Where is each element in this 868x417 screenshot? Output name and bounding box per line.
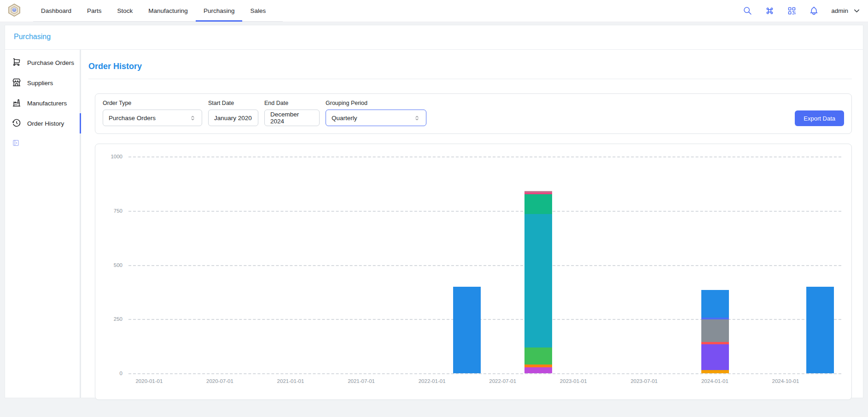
bar-segment[interactable] <box>701 319 729 342</box>
filter-toolbar: Order Type Purchase Orders Start Date Ja… <box>95 93 852 134</box>
grouping-period-value: Quarterly <box>332 115 357 122</box>
tab-label: Sales <box>250 7 266 14</box>
qrcode-scan-icon[interactable] <box>787 6 797 16</box>
y-axis-tick: 250 <box>114 316 122 322</box>
export-data-button[interactable]: Export Data <box>795 110 844 126</box>
x-axis-tick: 2024-10-01 <box>772 378 799 384</box>
end-date-input[interactable]: December 2024 <box>264 110 320 126</box>
chart-plot-area: 1000 750 500 250 0 2020-01-01 2020-07-01… <box>128 156 841 373</box>
tab-label: Purchasing <box>204 7 235 14</box>
sidebar-item-order-history[interactable]: Order History <box>12 113 80 133</box>
sidebar-item-label: Manufacturers <box>27 100 67 107</box>
tab-label: Dashboard <box>41 7 71 14</box>
tab-purchasing[interactable]: Purchasing <box>196 0 243 21</box>
y-axis-tick: 500 <box>114 262 122 268</box>
x-axis-tick: 2023-07-01 <box>630 378 658 384</box>
sidebar-item-label: Suppliers <box>27 80 53 87</box>
order-history-chart: 1000 750 500 250 0 2020-01-01 2020-07-01… <box>95 144 852 400</box>
bars-layer <box>128 156 841 373</box>
sidebar-item-manufacturers[interactable]: Manufacturers <box>12 93 80 113</box>
command-icon[interactable] <box>765 6 775 16</box>
x-axis-tick: 2024-01-01 <box>701 378 728 384</box>
start-date-field: Start Date January 2020 <box>208 100 258 126</box>
x-axis-tick: 2020-01-01 <box>135 378 163 384</box>
breadcrumb: Purchasing <box>5 25 863 50</box>
y-axis-tick: 0 <box>120 371 122 376</box>
page-title: Order History <box>88 62 852 71</box>
factory-icon <box>12 98 21 109</box>
tab-parts[interactable]: Parts <box>79 0 110 21</box>
main-nav-tabs: Dashboard Parts Stock Manufacturing Purc… <box>33 0 283 22</box>
bar-segment[interactable] <box>453 287 481 373</box>
grouping-period-select[interactable]: Quarterly <box>326 110 426 126</box>
tab-manufacturing[interactable]: Manufacturing <box>140 0 196 21</box>
tab-sales[interactable]: Sales <box>242 0 274 21</box>
x-axis-tick: 2021-01-01 <box>277 378 304 384</box>
stacked-bar-2024-Q4[interactable] <box>806 156 834 373</box>
selector-chevrons-icon <box>414 115 420 122</box>
end-date-label: End Date <box>264 100 320 106</box>
end-date-field: End Date December 2024 <box>264 100 320 126</box>
sidebar-item-purchase-orders[interactable]: Purchase Orders <box>12 52 80 73</box>
tab-label: Stock <box>117 7 133 14</box>
search-icon[interactable] <box>743 6 752 16</box>
sidebar-item-label: Order History <box>27 120 64 127</box>
x-axis-tick: 2022-01-01 <box>419 378 446 384</box>
store-icon <box>12 78 21 88</box>
username-label: admin <box>831 7 848 14</box>
history-icon <box>12 118 21 129</box>
bar-segment[interactable] <box>524 194 552 214</box>
bar-segment[interactable] <box>524 367 552 373</box>
stacked-bar-2024-Q1[interactable] <box>701 156 729 373</box>
tab-label: Manufacturing <box>148 7 188 14</box>
x-axis-tick: 2022-07-01 <box>489 378 516 384</box>
order-type-value: Purchase Orders <box>109 115 156 122</box>
tab-dashboard[interactable]: Dashboard <box>33 0 79 21</box>
grouping-period-field: Grouping Period Quarterly <box>326 100 426 126</box>
sidebar-collapse-icon[interactable] <box>12 139 23 149</box>
y-axis-tick: 750 <box>114 208 122 214</box>
app-logo[interactable] <box>7 0 21 22</box>
bar-segment[interactable] <box>524 214 552 348</box>
breadcrumb-purchasing-link[interactable]: Purchasing <box>14 33 51 41</box>
order-history-content: Order History Order Type Purchase Orders… <box>81 50 863 398</box>
selector-chevrons-icon <box>189 115 196 122</box>
purchasing-sidebar: Purchase Orders Suppliers Manufacturers … <box>5 50 80 398</box>
x-axis-tick: 2020-07-01 <box>206 378 233 384</box>
sidebar-divider <box>80 50 81 398</box>
cart-icon <box>12 58 21 68</box>
bar-segment[interactable] <box>524 348 552 365</box>
order-type-select[interactable]: Purchase Orders <box>103 110 202 126</box>
bar-segment[interactable] <box>806 287 834 373</box>
bar-segment[interactable] <box>701 290 729 318</box>
sidebar-item-suppliers[interactable]: Suppliers <box>12 73 80 93</box>
stacked-bar-2022-Q2[interactable] <box>453 156 481 373</box>
order-type-field: Order Type Purchase Orders <box>103 100 202 126</box>
tab-label: Parts <box>87 7 102 14</box>
gridline-0 <box>128 373 841 374</box>
x-axis-tick: 2021-07-01 <box>348 378 375 384</box>
main-panel: Purchase Orders Suppliers Manufacturers … <box>5 50 863 398</box>
stacked-bar-2022-Q4[interactable] <box>524 156 552 373</box>
user-menu[interactable]: admin <box>831 7 861 15</box>
grouping-period-label: Grouping Period <box>326 100 426 106</box>
tab-stock[interactable]: Stock <box>110 0 141 21</box>
sidebar-item-label: Purchase Orders <box>27 59 74 66</box>
x-axis-tick: 2023-01-01 <box>560 378 587 384</box>
top-navbar: Dashboard Parts Stock Manufacturing Purc… <box>0 0 868 22</box>
navbar-actions: admin <box>743 0 861 22</box>
start-date-input[interactable]: January 2020 <box>208 110 258 126</box>
chevron-down-icon <box>853 7 861 15</box>
active-item-indicator <box>80 113 81 133</box>
start-date-label: Start Date <box>208 100 258 106</box>
title-divider <box>88 79 852 79</box>
order-type-label: Order Type <box>103 100 202 106</box>
bar-segment[interactable] <box>701 370 729 373</box>
inventree-logo-icon <box>7 3 21 19</box>
bar-segment[interactable] <box>701 344 729 370</box>
y-axis-tick: 1000 <box>111 154 122 159</box>
bell-icon[interactable] <box>809 6 819 16</box>
